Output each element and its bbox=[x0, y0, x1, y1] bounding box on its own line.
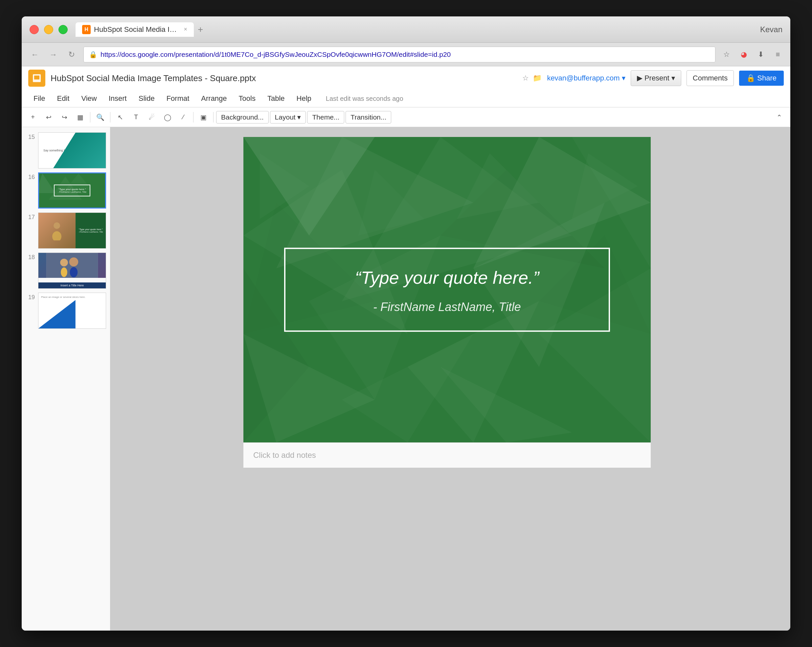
share-button[interactable]: 🔒 Share bbox=[739, 70, 784, 86]
comments-button[interactable]: Comments bbox=[687, 70, 734, 86]
slide-18-title-text: Insert a Title Here bbox=[38, 282, 106, 288]
star-icon[interactable]: ☆ bbox=[522, 74, 529, 82]
slide-thumb-16[interactable]: "Type your quote here." - FirstName Last… bbox=[38, 172, 106, 209]
app-title-bar: HubSpot Social Media Image Templates - S… bbox=[22, 66, 790, 90]
slide-item-19[interactable]: 19 Place an image or several slices here… bbox=[22, 291, 110, 331]
image-button[interactable]: ☄ bbox=[145, 111, 159, 124]
slide-item-18[interactable]: 18 bbox=[22, 250, 110, 291]
theme-button[interactable]: Theme... bbox=[307, 111, 344, 124]
tab-close-button[interactable]: × bbox=[184, 26, 187, 33]
notes-area[interactable]: Click to add notes bbox=[243, 443, 651, 468]
address-input[interactable]: 🔒 https://docs.google.com/presentation/d… bbox=[84, 47, 716, 63]
firefox-icon[interactable]: ◕ bbox=[738, 49, 749, 60]
menu-table[interactable]: Table bbox=[262, 92, 290, 105]
slide-number-18: 18 bbox=[26, 253, 35, 261]
slide-item-16[interactable]: 16 "Type your quote here." bbox=[22, 171, 110, 211]
slide-canvas[interactable]: “Type your quote here.” - FirstName Last… bbox=[243, 137, 651, 443]
slide-thumb-15[interactable]: Say something here. bbox=[38, 132, 106, 168]
tab-title: HubSpot Social Media Ima… bbox=[94, 25, 180, 34]
paint-format-button[interactable]: ▦ bbox=[73, 111, 87, 124]
toolbar-separator-3 bbox=[193, 112, 194, 122]
menu-help[interactable]: Help bbox=[292, 92, 317, 105]
collapse-button[interactable]: ⌃ bbox=[772, 111, 786, 124]
canvas-area: “Type your quote here.” - FirstName Last… bbox=[110, 127, 784, 630]
present-button[interactable]: ▶ Present ▾ bbox=[631, 70, 681, 86]
slide-thumb-18[interactable]: Insert a Title Here bbox=[38, 253, 106, 289]
line-button[interactable]: ∕ bbox=[176, 111, 191, 124]
doc-title-icons: ☆ 📁 bbox=[522, 74, 542, 82]
toolbar-separator-4 bbox=[213, 112, 214, 122]
quote-attribution: - FirstName LastName, Title bbox=[305, 300, 589, 314]
slide-item-17[interactable]: 17 "Type bbox=[22, 211, 110, 250]
quote-box[interactable]: “Type your quote here.” - FirstName Last… bbox=[284, 248, 610, 332]
menu-tools[interactable]: Tools bbox=[234, 92, 261, 105]
svg-rect-1 bbox=[34, 76, 40, 79]
menu-arrange[interactable]: Arrange bbox=[196, 92, 232, 105]
main-content: 15 Say something here. 16 bbox=[22, 127, 790, 630]
svg-point-8 bbox=[60, 259, 68, 267]
title-bar: H HubSpot Social Media Ima… × + Kevan bbox=[22, 17, 790, 43]
menu-format[interactable]: Format bbox=[161, 92, 195, 105]
toolbar-separator-1 bbox=[90, 112, 90, 122]
slide-thumb-17[interactable]: "Type your quote here."- FirstName LastN… bbox=[38, 212, 106, 249]
transition-button[interactable]: Transition... bbox=[346, 111, 391, 124]
menu-insert[interactable]: Insert bbox=[104, 92, 132, 105]
background-button[interactable]: Background... bbox=[216, 111, 269, 124]
undo-button[interactable]: ↩ bbox=[41, 111, 56, 124]
toolbar-separator-2 bbox=[110, 112, 110, 122]
slides-logo bbox=[28, 70, 45, 87]
menu-file[interactable]: File bbox=[28, 92, 50, 105]
window-user: Kevan bbox=[760, 25, 783, 34]
download-icon[interactable]: ⬇ bbox=[755, 49, 767, 60]
svg-point-5 bbox=[53, 222, 60, 229]
menu-slide[interactable]: Slide bbox=[133, 92, 160, 105]
text-button[interactable]: T bbox=[129, 111, 143, 124]
app-header: HubSpot Social Media Image Templates - S… bbox=[22, 66, 790, 107]
comment-button[interactable]: ▣ bbox=[196, 111, 211, 124]
back-button[interactable]: ← bbox=[28, 48, 41, 61]
menu-view[interactable]: View bbox=[76, 92, 102, 105]
add-button[interactable]: + bbox=[26, 111, 40, 124]
toolbar: + ↩ ↪ ▦ 🔍 ↖ T ☄ ◯ ∕ ▣ Background... Layo… bbox=[22, 107, 790, 127]
redo-button[interactable]: ↪ bbox=[57, 111, 72, 124]
slide-number-16: 16 bbox=[26, 172, 35, 181]
url-text: https://docs.google.com/presentation/d/1… bbox=[101, 50, 710, 58]
address-bar: ← → ↻ 🔒 https://docs.google.com/presenta… bbox=[22, 43, 790, 66]
doc-title: HubSpot Social Media Image Templates - S… bbox=[50, 73, 517, 84]
close-button[interactable] bbox=[29, 25, 39, 34]
folder-icon[interactable]: 📁 bbox=[533, 74, 542, 82]
cursor-button[interactable]: ↖ bbox=[113, 111, 127, 124]
slide-number-15: 15 bbox=[26, 132, 35, 140]
slide-item-15[interactable]: 15 Say something here. bbox=[22, 130, 110, 171]
forward-button[interactable]: → bbox=[47, 48, 60, 61]
maximize-button[interactable] bbox=[58, 25, 68, 34]
svg-marker-2 bbox=[39, 173, 55, 193]
slide-thumb-19[interactable]: Place an image or several slices here. bbox=[38, 293, 106, 329]
svg-point-6 bbox=[52, 231, 61, 240]
slide-panel[interactable]: 15 Say something here. 16 bbox=[22, 127, 110, 630]
reload-button[interactable]: ↻ bbox=[65, 48, 78, 61]
address-right-icons: ☆ ◕ ⬇ ≡ bbox=[721, 49, 784, 60]
toolbar-right: ⌃ bbox=[772, 111, 786, 124]
svg-point-11 bbox=[70, 267, 78, 277]
minimize-button[interactable] bbox=[44, 25, 53, 34]
menu-bar: File Edit View Insert Slide Format Arran… bbox=[22, 90, 790, 107]
header-right: kevan@bufferapp.com ▾ ▶ Present ▾ Commen… bbox=[547, 70, 784, 86]
notes-placeholder: Click to add notes bbox=[253, 450, 316, 459]
bookmark-icon[interactable]: ☆ bbox=[721, 49, 733, 60]
slide-number-17: 17 bbox=[26, 212, 35, 221]
shape-button[interactable]: ◯ bbox=[160, 111, 175, 124]
menu-icon[interactable]: ≡ bbox=[772, 49, 784, 60]
new-tab-button[interactable]: + bbox=[198, 24, 203, 35]
right-scrollbar[interactable] bbox=[784, 127, 790, 630]
layout-button[interactable]: Layout ▾ bbox=[270, 111, 306, 124]
svg-point-9 bbox=[61, 267, 67, 277]
traffic-lights bbox=[29, 25, 68, 34]
tab-bar: H HubSpot Social Media Ima… × + bbox=[76, 22, 760, 37]
last-edit-text: Last edit was seconds ago bbox=[326, 95, 403, 102]
zoom-button[interactable]: 🔍 bbox=[93, 111, 107, 124]
mac-window: H HubSpot Social Media Ima… × + Kevan ← … bbox=[22, 17, 790, 630]
user-email[interactable]: kevan@bufferapp.com ▾ bbox=[547, 74, 625, 82]
menu-edit[interactable]: Edit bbox=[52, 92, 75, 105]
browser-tab[interactable]: H HubSpot Social Media Ima… × bbox=[76, 22, 194, 37]
